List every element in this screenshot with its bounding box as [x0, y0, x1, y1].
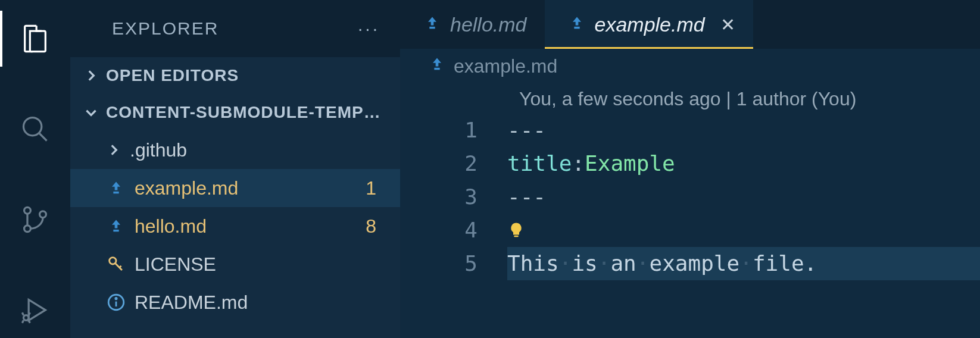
code-token: file.	[753, 247, 817, 280]
chevron-right-icon	[83, 68, 99, 83]
workspace-section[interactable]: CONTENT-SUBMODULE-TEMP…	[70, 94, 400, 131]
line-number: 5	[400, 247, 477, 280]
line-number-gutter: 1 2 3 4 5	[400, 114, 507, 280]
markdown-file-icon	[424, 13, 441, 36]
svg-point-5	[24, 315, 29, 321]
code-token: example	[649, 247, 739, 280]
line-number: 1	[400, 114, 477, 147]
code-line[interactable]: This·is·an·example·file.	[507, 247, 980, 280]
activity-bar	[0, 0, 70, 338]
tab-hello-md[interactable]: hello.md	[400, 0, 545, 49]
folder-label: .github	[130, 139, 400, 161]
line-number: 3	[400, 180, 477, 214]
file-example-md[interactable]: example.md 1	[70, 169, 400, 207]
svg-line-7	[29, 312, 30, 315]
code-line[interactable]: ---	[507, 180, 980, 214]
code-line[interactable]: title: Example	[507, 147, 980, 180]
code-token: is	[572, 247, 597, 280]
svg-line-9	[29, 320, 30, 323]
gitlens-annotation[interactable]: You, a few seconds ago | 1 author (You)	[400, 88, 980, 110]
file-label: LICENSE	[135, 254, 400, 276]
whitespace-dot: ·	[636, 247, 650, 280]
activity-explorer-icon[interactable]	[0, 11, 70, 67]
key-icon	[106, 254, 126, 274]
file-label: README.md	[135, 292, 400, 314]
svg-rect-11	[113, 230, 118, 232]
more-actions-icon[interactable]: ···	[358, 18, 380, 39]
breadcrumb[interactable]: example.md	[400, 49, 980, 83]
editor-area: hello.md example.md ✕ example.md You, a …	[400, 0, 980, 338]
tab-label: hello.md	[450, 13, 527, 36]
file-hello-md[interactable]: hello.md 8	[70, 207, 400, 245]
svg-rect-19	[514, 236, 519, 237]
whitespace-dot: ·	[739, 247, 753, 280]
file-license[interactable]: LICENSE	[70, 245, 400, 283]
info-icon	[106, 292, 126, 312]
open-editors-label: OPEN EDITORS	[106, 66, 239, 85]
code-content[interactable]: ---title: Example---This·is·an·example·f…	[507, 114, 980, 280]
git-changes-badge: 1	[366, 177, 376, 199]
explorer-sidebar: EXPLORER ··· OPEN EDITORS CONTENT-SUBMOD…	[70, 0, 400, 338]
svg-point-4	[40, 211, 46, 218]
open-editors-section[interactable]: OPEN EDITORS	[70, 57, 400, 94]
file-readme-md[interactable]: README.md	[70, 283, 400, 321]
markdown-file-icon	[106, 180, 126, 196]
code-editor[interactable]: 1 2 3 4 5 ---title: Example---This·is·an…	[400, 114, 980, 280]
code-token: :	[572, 147, 585, 180]
close-tab-icon[interactable]: ✕	[720, 14, 735, 35]
chevron-right-icon	[106, 142, 121, 158]
activity-run-debug-icon[interactable]	[0, 282, 70, 338]
code-line[interactable]: ---	[507, 114, 980, 147]
workspace-label: CONTENT-SUBMODULE-TEMP…	[106, 103, 381, 122]
code-token: This	[507, 247, 559, 280]
markdown-file-icon	[429, 55, 445, 77]
activity-source-control-icon[interactable]	[0, 192, 70, 248]
file-label: example.md	[135, 177, 357, 199]
tab-bar: hello.md example.md ✕	[400, 0, 980, 49]
tab-label: example.md	[595, 13, 705, 36]
git-changes-badge: 8	[366, 215, 376, 237]
svg-point-2	[24, 207, 31, 214]
whitespace-dot: ·	[559, 247, 572, 280]
svg-line-6	[22, 312, 23, 315]
svg-point-3	[24, 226, 31, 232]
svg-point-0	[24, 118, 42, 136]
markdown-file-icon	[106, 218, 126, 234]
svg-point-12	[110, 258, 116, 264]
code-token: Example	[585, 147, 675, 180]
code-token: ---	[507, 180, 546, 214]
svg-rect-10	[113, 192, 118, 194]
svg-line-8	[22, 320, 23, 323]
whitespace-dot: ·	[598, 247, 611, 280]
code-token: an	[610, 247, 636, 280]
folder-github[interactable]: .github	[70, 131, 400, 169]
breadcrumb-file: example.md	[454, 55, 557, 77]
sidebar-header: EXPLORER ···	[70, 0, 400, 57]
chevron-down-icon	[83, 105, 99, 120]
line-number: 2	[400, 147, 477, 180]
code-line[interactable]	[507, 214, 980, 247]
code-token: title	[507, 147, 572, 180]
line-number: 4	[400, 214, 477, 247]
svg-rect-18	[434, 67, 439, 70]
code-token: ---	[507, 114, 546, 147]
svg-rect-16	[429, 26, 435, 29]
svg-line-1	[39, 133, 47, 141]
sidebar-title: EXPLORER	[112, 18, 219, 39]
activity-search-icon[interactable]	[0, 101, 70, 157]
lightbulb-icon[interactable]	[507, 221, 525, 239]
markdown-file-icon	[569, 13, 585, 36]
file-label: hello.md	[135, 215, 357, 237]
svg-point-15	[116, 298, 117, 299]
svg-rect-17	[574, 26, 579, 29]
tab-example-md[interactable]: example.md ✕	[545, 0, 753, 49]
